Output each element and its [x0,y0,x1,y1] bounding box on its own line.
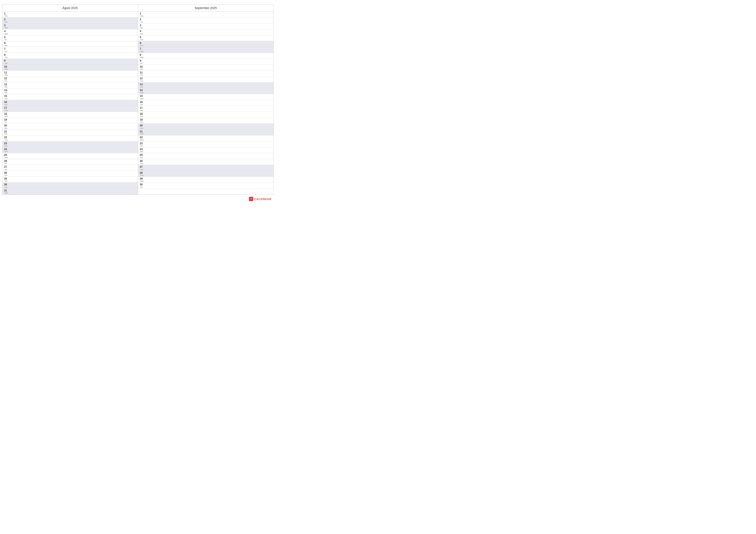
day-name: MIÐ [140,151,144,152]
calendar-container: Ágúst 20251FÖS2LAU3SUN4MÁN5ÞRI6MIÐ7FIM8F… [0,0,276,204]
day-row[interactable]: 15FÖS [2,94,138,100]
day-info: 22FÖS [4,136,9,140]
day-row[interactable]: 24MIÐ [138,147,274,153]
day-row[interactable]: 13LAU [138,83,274,88]
day-name: MÁN [5,33,9,35]
day-row[interactable]: 10MIÐ [138,65,274,71]
day-row[interactable]: 6MIÐ [2,41,138,47]
day-info: 23LAU [4,142,9,147]
day-row[interactable]: 19FÖS [138,118,274,124]
day-row[interactable]: 17MIÐ [138,106,274,112]
day-name: SUN [140,92,144,93]
day-row[interactable]: 11FIM [138,71,274,76]
day-info: 21FIM [4,130,9,135]
day-name: SUN [5,27,9,29]
day-row[interactable]: 8MÁN [138,53,274,59]
day-number: 7 [4,47,9,50]
day-name: LAU [140,127,144,129]
day-row[interactable]: 29MÁN [138,177,274,183]
day-row[interactable]: 31SUN [2,189,138,194]
day-row[interactable]: 2LAU [2,17,138,23]
day-row[interactable]: 27LAU [138,165,274,171]
day-row[interactable]: 18MÁN [2,112,138,118]
day-row[interactable]: 9LAU [2,59,138,64]
day-row[interactable]: 7FIM [2,47,138,53]
day-row[interactable]: 19ÞRI [2,118,138,124]
day-row[interactable]: 15MÁN [138,94,274,100]
day-row[interactable]: 6LAU [138,41,274,47]
day-number: 5 [4,36,9,39]
day-row[interactable]: 17SUN [2,106,138,112]
day-row[interactable]: 12FÖS [138,76,274,82]
day-name: MÁN [140,56,144,58]
day-name: FIM [140,33,144,35]
day-row[interactable]: 25MÁN [2,153,138,159]
day-row[interactable]: 2ÞRI [138,17,274,23]
day-info: 5ÞRI [4,36,9,40]
day-name: MÁN [140,139,144,141]
day-info: 7FIM [4,47,9,52]
day-row[interactable]: 23ÞRI [138,141,274,147]
day-name: FIM [5,133,9,135]
day-row[interactable]: 24SUN [2,147,138,153]
day-row[interactable]: 1MÁN [138,12,274,17]
day-info: 4FIM [140,30,144,35]
day-row[interactable]: 26FÖS [138,159,274,165]
day-row[interactable]: 28SUN [138,171,274,177]
day-row[interactable]: 22MÁN [138,136,274,141]
day-info: 30ÞRI [140,183,144,188]
month-column-august-2025: Ágúst 20251FÖS2LAU3SUN4MÁN5ÞRI6MIÐ7FIM8F… [2,4,138,195]
day-row[interactable]: 23LAU [2,141,138,147]
day-row[interactable]: 30ÞRI [138,183,274,189]
day-row[interactable]: 13MIÐ [2,83,138,88]
day-row[interactable]: 10SUN [2,65,138,71]
day-name: SUN [140,51,144,52]
day-info: 10SUN [4,65,9,70]
months-row: Ágúst 20251FÖS2LAU3SUN4MÁN5ÞRI6MIÐ7FIM8F… [2,4,274,195]
day-row[interactable]: 20LAU [138,124,274,129]
day-row[interactable]: 7SUN [138,47,274,53]
day-row[interactable]: 14FIM [2,88,138,94]
day-info: 2LAU [4,18,9,23]
day-row[interactable]: 14SUN [138,88,274,94]
day-number: 19 [140,118,144,121]
day-number: 27 [4,165,9,168]
day-name: MIÐ [5,86,9,88]
day-row[interactable]: 25FIM [138,153,274,159]
day-row[interactable]: 20MIÐ [2,124,138,129]
day-row[interactable]: 5FÖS [138,35,274,41]
day-row[interactable]: 9ÞRI [138,59,274,64]
day-row[interactable]: 21FIM [2,130,138,136]
day-row[interactable]: 3MIÐ [138,23,274,29]
day-row[interactable]: 30LAU [2,183,138,189]
day-row[interactable]: 29FÖS [2,177,138,183]
day-row[interactable]: 26ÞRI [2,159,138,165]
day-number: 19 [4,118,9,121]
day-number: 23 [4,142,9,145]
day-row[interactable]: 21SUN [138,130,274,136]
day-info: 8MÁN [140,53,144,58]
day-row[interactable]: 1FÖS [2,12,138,17]
day-row[interactable]: 16LAU [2,100,138,106]
day-row[interactable]: 18FIM [138,112,274,118]
day-row[interactable]: 28FIM [2,171,138,177]
day-info: 2ÞRI [140,18,144,23]
day-row[interactable]: 16ÞRI [138,100,274,106]
day-row[interactable]: 22FÖS [2,136,138,141]
day-number: 30 [4,183,9,186]
day-info: 4MÁN [4,30,9,35]
day-row[interactable]: 5ÞRI [2,35,138,41]
day-row[interactable]: 12ÞRI [2,76,138,82]
day-info: 13LAU [140,83,144,88]
day-row[interactable]: 3SUN [2,23,138,29]
day-row[interactable]: 8FÖS [2,53,138,59]
day-row[interactable]: 4FIM [138,29,274,35]
day-row[interactable]: 4MÁN [2,29,138,35]
day-number: 22 [4,136,9,139]
day-number: 12 [4,77,9,80]
day-name: MÁN [140,15,144,17]
day-number: 26 [140,160,144,163]
day-row[interactable]: 11MÁN [2,71,138,76]
day-row[interactable]: 27MIÐ [2,165,138,171]
day-info: 25MÁN [4,154,9,158]
